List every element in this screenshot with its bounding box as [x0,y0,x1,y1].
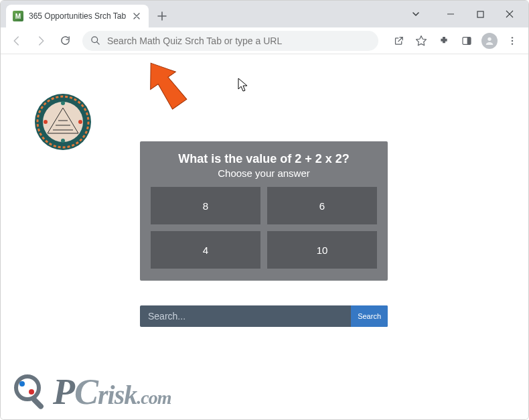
quiz-subtitle: Choose your answer [151,167,377,179]
watermark-com: .com [137,387,171,409]
highlight-arrow-icon [145,58,185,111]
address-bar[interactable] [82,31,378,51]
profile-button[interactable] [479,30,500,52]
svg-point-16 [16,376,39,399]
watermark-c: C [74,371,98,413]
svg-point-5 [512,37,513,38]
page-search-input[interactable] [140,311,351,322]
svg-point-14 [61,101,65,105]
quiz-answer-0[interactable]: 8 [151,187,260,224]
quiz-answer-1[interactable]: 6 [267,187,377,224]
forward-button[interactable] [30,30,52,52]
omnibox-input[interactable] [107,36,370,46]
menu-button[interactable] [502,30,523,52]
watermark-p: P [53,371,74,413]
page-search-button[interactable]: Search [351,305,388,327]
svg-point-4 [487,37,491,40]
page-search-bar: Search [140,305,388,327]
svg-marker-8 [145,58,192,113]
reload-button[interactable] [54,30,76,52]
browser-tab[interactable]: M 365 Opportunities Srch Tab [6,5,149,27]
extensions-button[interactable] [433,30,455,52]
quiz-card: What is the value of 2 + 2 x 2? Choose y… [140,141,388,281]
browser-toolbar [1,27,528,54]
back-button[interactable] [6,30,27,52]
quiz-question: What is the value of 2 + 2 x 2? [151,152,377,166]
window-minimize-button[interactable] [436,4,465,24]
svg-rect-3 [467,37,471,44]
quiz-answer-2[interactable]: 4 [151,231,260,269]
page-content: What is the value of 2 + 2 x 2? Choose y… [1,54,528,420]
tab-title: 365 Opportunities Srch Tab [29,11,126,21]
avatar-icon [481,33,498,49]
watermark-logo-icon [13,373,50,411]
svg-point-19 [29,389,34,395]
window-controls [408,1,524,27]
watermark: P C risk .com [13,371,171,413]
bookmark-button[interactable] [410,30,432,52]
side-panel-button[interactable] [456,30,477,52]
titlebar: M 365 Opportunities Srch Tab [1,1,528,27]
svg-point-6 [512,40,513,41]
watermark-text: P C risk .com [53,371,171,413]
svg-point-18 [19,381,25,387]
search-icon [90,36,100,46]
tab-favicon: M [13,11,23,21]
site-logo [34,93,92,151]
watermark-risk: risk [98,379,137,411]
svg-point-15 [61,139,65,143]
new-tab-button[interactable] [153,7,171,25]
svg-rect-0 [477,11,483,17]
mouse-cursor-icon [238,78,248,95]
svg-point-12 [44,120,48,124]
svg-point-13 [78,120,82,124]
tab-close-button[interactable] [131,11,142,21]
quiz-answer-3[interactable]: 10 [267,231,377,269]
window-maximize-button[interactable] [465,4,495,24]
window-close-button[interactable] [495,4,524,24]
svg-rect-17 [30,396,44,410]
svg-point-7 [512,43,513,44]
quiz-answers: 8 6 4 10 [151,187,377,269]
tab-search-dropdown[interactable] [408,6,424,22]
share-button[interactable] [388,30,409,52]
